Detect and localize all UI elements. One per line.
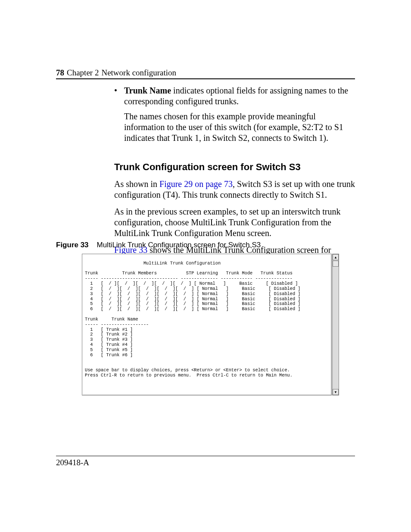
- terminal-footer-1: Use space bar to display choices, press …: [85, 367, 290, 373]
- chevron-down-icon: ▼: [334, 390, 337, 394]
- terminal-name-row-1: 1 [ Trunk #1 ]: [85, 327, 133, 332]
- figure-label: Figure 33: [56, 241, 89, 249]
- scroll-up-button[interactable]: ▲: [333, 254, 339, 260]
- page-number: 78: [56, 68, 64, 78]
- terminal-name-row-3: 3 [ Trunk #3 ]: [85, 337, 133, 342]
- terminal-header-row: Trunk Trunk Members STP Learning Trunk M…: [85, 271, 293, 276]
- bullet-lead-bold: Trunk Name: [124, 86, 171, 95]
- figure-caption-text: MultiLink Trunk Configuration screen for…: [97, 241, 261, 249]
- terminal-screenshot: MultiLink Trunk Configuration Trunk Trun…: [82, 254, 332, 395]
- footer-rule: [56, 456, 355, 456]
- terminal-name-row-4: 4 [ Trunk #4 ]: [85, 342, 133, 347]
- bullet-marker: •: [114, 85, 117, 96]
- terminal-name-row-5: 5 [ Trunk #5 ]: [85, 347, 133, 352]
- terminal-name-row-6: 6 [ Trunk #6 ]: [85, 352, 133, 358]
- terminal-row-1: 1 [ / ][ / ][ / ][ / ][ / ] [ Normal ] B…: [85, 281, 298, 286]
- terminal-row-3: 3 [ / ][ / ][ / ][ / ][ / ] [ Normal ] B…: [85, 291, 301, 296]
- terminal-name-row-2: 2 [ Trunk #2 ]: [85, 332, 133, 337]
- section-p2: As in the previous screen examples, to s…: [114, 206, 355, 239]
- scroll-down-button[interactable]: ▼: [333, 389, 339, 395]
- terminal-name-header: Trunk Trunk Name: [85, 317, 138, 322]
- terminal-footer-2: Press Ctrl-R to return to previous menu.…: [85, 373, 293, 378]
- terminal-divider: ----- ----------------------------- ----…: [85, 276, 293, 281]
- chapter-title: Network configuration: [101, 68, 176, 78]
- scrollbar-track[interactable]: ▲ ▼: [332, 254, 339, 395]
- section-title: Trunk Configuration screen for Switch S3: [114, 162, 355, 173]
- terminal-row-4: 4 [ / ][ / ][ / ][ / ][ / ] [ Normal ] B…: [85, 296, 301, 302]
- page-header: 78 Chapter 2 Network configuration: [56, 68, 355, 78]
- bullet-para2: The names chosen for this example provid…: [124, 111, 355, 143]
- section-p1-pre: As shown in: [114, 179, 159, 189]
- terminal-row-6: 6 [ / ][ / ][ / ][ / ][ / ] [ Normal ] B…: [85, 306, 301, 311]
- chapter-label: Chapter 2: [67, 68, 99, 78]
- terminal-title: MultiLink Trunk Configuration: [85, 261, 221, 266]
- chevron-up-icon: ▲: [334, 255, 337, 259]
- terminal-row-5: 5 [ / ][ / ][ / ][ / ][ / ] [ Normal ] B…: [85, 301, 301, 306]
- figure-caption: Figure 33 MultiLink Trunk Configuration …: [56, 241, 355, 249]
- figure29-link[interactable]: Figure 29 on page 73: [159, 179, 233, 189]
- bullet-item: • Trunk Name indicates optional fields f…: [114, 85, 355, 149]
- footer-doc-id: 209418-A: [56, 458, 89, 467]
- terminal-name-divider: ----- ------------------: [85, 322, 149, 327]
- terminal-row-2: 2 [ / ][ / ][ / ][ / ][ / ] [ Normal ] B…: [85, 286, 301, 291]
- section-p1: As shown in Figure 29 on page 73, Switch…: [114, 179, 355, 200]
- header-rule: [56, 78, 355, 79]
- scroll-thumb[interactable]: [333, 261, 339, 267]
